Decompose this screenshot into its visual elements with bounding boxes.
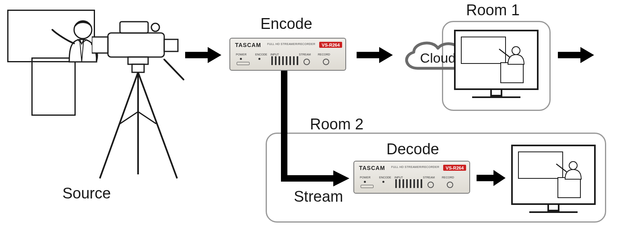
power-led-icon [240, 58, 242, 60]
record-port-icon [447, 182, 453, 188]
arrow-source-to-encoder-icon [185, 45, 221, 65]
svg-rect-27 [558, 52, 580, 58]
port-record-label: RECORD [318, 53, 330, 56]
svg-marker-24 [208, 47, 221, 63]
svg-point-12 [151, 23, 159, 31]
port-stream-label: STREAM [423, 176, 435, 179]
arrow-encoder-to-cloud-icon [357, 45, 393, 65]
device-subtext: FULL HD STREAMER/RECORDER [267, 43, 315, 45]
svg-rect-5 [558, 178, 580, 198]
presenter-thumbnail-icon [516, 149, 591, 200]
source-group [7, 10, 176, 174]
room2-monitor [511, 145, 596, 213]
port-power-label: POWER [360, 176, 370, 179]
sd-slot-icon [361, 185, 374, 188]
device-model: VS-R264 [443, 165, 466, 171]
encode-led-icon [258, 58, 260, 60]
svg-line-14 [164, 59, 184, 80]
encode-led-icon [382, 181, 384, 183]
port-input-label: INPUT [394, 176, 403, 179]
encode-label: Encode [260, 16, 312, 31]
room1-monitor [454, 30, 539, 98]
port-encode-label: ENCODE [255, 53, 267, 56]
svg-marker-26 [379, 47, 393, 63]
device-subtext: FULL HD STREAMER/RECORDER [391, 166, 439, 168]
camera-icon [92, 19, 184, 180]
port-record-label: RECORD [442, 176, 454, 179]
device-model: VS-R264 [319, 42, 342, 48]
device-brand: TASCAM [235, 42, 261, 48]
arrow-cloud-to-room1-icon [558, 45, 594, 65]
cloud-text: Cloud [420, 50, 456, 65]
record-port-icon [323, 59, 329, 65]
svg-line-17 [100, 72, 138, 178]
port-stream-label: STREAM [299, 53, 311, 56]
port-encode-label: ENCODE [379, 176, 391, 179]
source-label: Source [62, 186, 111, 201]
svg-line-19 [138, 72, 177, 178]
decoder-device: TASCAM FULL HD STREAMER/RECORDER VS-R264… [353, 161, 470, 194]
svg-line-3 [499, 49, 510, 57]
encoder-device: TASCAM FULL HD STREAMER/RECORDER VS-R264… [229, 38, 346, 71]
device-brand: TASCAM [359, 165, 385, 171]
vent-icon [395, 179, 422, 188]
svg-rect-25 [357, 52, 379, 58]
arrow-encoder-to-decoder-icon [281, 71, 349, 187]
svg-marker-30 [493, 170, 506, 186]
svg-marker-28 [580, 47, 594, 63]
svg-rect-23 [185, 52, 208, 58]
vent-icon [271, 56, 298, 65]
presenter-thumbnail-icon [459, 35, 534, 85]
port-power-label: POWER [236, 53, 246, 56]
svg-point-6 [569, 162, 577, 170]
power-led-icon [364, 181, 366, 183]
svg-rect-0 [461, 37, 506, 63]
svg-rect-4 [518, 152, 563, 178]
room1-label: Room 1 [466, 2, 520, 18]
stream-port-icon [427, 182, 434, 188]
svg-rect-9 [108, 33, 164, 57]
svg-rect-10 [92, 37, 108, 53]
svg-rect-29 [477, 175, 493, 181]
svg-marker-31 [333, 170, 349, 186]
svg-rect-15 [128, 57, 148, 64]
svg-point-2 [512, 47, 520, 55]
svg-line-7 [556, 164, 567, 172]
svg-rect-1 [501, 63, 523, 83]
sd-slot-icon [237, 62, 250, 65]
svg-rect-11 [120, 22, 148, 33]
port-input-label: INPUT [270, 53, 279, 56]
svg-rect-16 [132, 64, 144, 72]
stream-port-icon [303, 59, 310, 65]
arrow-decoder-to-room2-icon [477, 168, 506, 188]
svg-rect-13 [164, 39, 178, 51]
